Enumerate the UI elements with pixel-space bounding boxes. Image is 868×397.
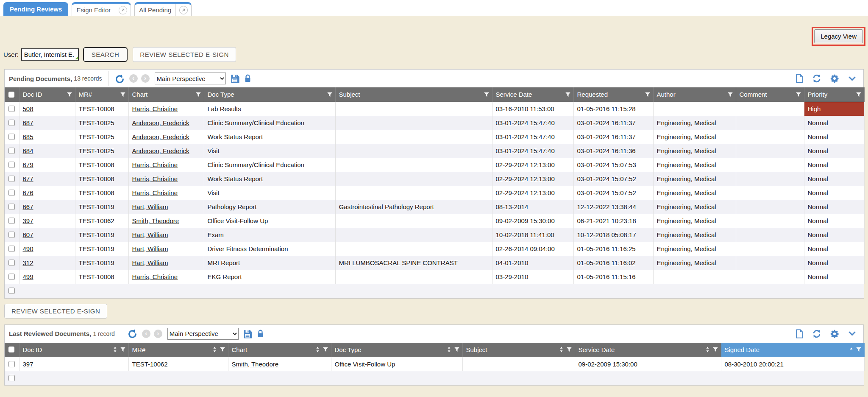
chart-link[interactable]: Smith, Theodore — [132, 217, 179, 224]
chart-link[interactable]: Harris, Christine — [132, 175, 178, 182]
sort-icon[interactable] — [446, 346, 452, 353]
filter-icon[interactable] — [484, 92, 490, 98]
perspective-select[interactable]: Main Perspective — [155, 73, 226, 84]
filter-icon[interactable] — [727, 92, 733, 98]
filter-icon[interactable] — [327, 92, 333, 98]
settings-gear-icon[interactable] — [830, 329, 839, 338]
lock-icon[interactable] — [256, 329, 264, 338]
filter-icon[interactable] — [454, 347, 460, 352]
column-header[interactable]: Service Date — [575, 343, 721, 357]
tab-esign-editor[interactable]: Esign Editor — [72, 2, 131, 16]
row-checkbox[interactable] — [8, 288, 15, 294]
filter-icon[interactable] — [566, 347, 572, 352]
chart-link[interactable]: Smith, Theodore — [232, 361, 279, 368]
doc-id-link[interactable]: 677 — [23, 175, 33, 182]
legacy-view-button[interactable]: Legacy View — [814, 29, 863, 43]
select-all-checkbox[interactable] — [8, 347, 14, 352]
filter-icon[interactable] — [323, 347, 328, 352]
next-page-icon[interactable]: › — [154, 330, 162, 338]
sort-asc-icon[interactable] — [849, 347, 854, 351]
filter-icon[interactable] — [120, 347, 126, 352]
filter-icon[interactable] — [645, 92, 651, 98]
review-selected-esign-button-top[interactable]: REVIEW SELECTED E-SIGN — [133, 47, 236, 62]
sort-icon[interactable] — [315, 346, 320, 353]
doc-id-link[interactable]: 685 — [23, 133, 33, 140]
open-in-new-window-button[interactable] — [115, 4, 131, 16]
doc-id-link[interactable]: 490 — [23, 245, 33, 252]
row-checkbox[interactable] — [8, 162, 15, 168]
refresh-icon[interactable] — [812, 329, 821, 338]
open-in-new-window-button[interactable] — [175, 4, 191, 16]
undo-icon[interactable] — [127, 328, 138, 339]
prev-page-icon[interactable]: ‹ — [129, 74, 138, 83]
chart-link[interactable]: Hart, William — [132, 245, 168, 252]
review-selected-esign-button-bottom[interactable]: REVIEW SELECTED E-SIGN — [4, 304, 107, 319]
sort-icon[interactable] — [212, 346, 217, 353]
doc-id-link[interactable]: 667 — [23, 203, 33, 210]
refresh-icon[interactable] — [812, 74, 821, 83]
row-checkbox[interactable] — [8, 274, 15, 280]
filter-icon[interactable] — [712, 347, 718, 352]
filter-icon[interactable] — [120, 92, 126, 98]
chart-link[interactable]: Harris, Christine — [132, 161, 178, 168]
column-header[interactable]: Chart — [228, 343, 331, 357]
row-checkbox[interactable] — [8, 246, 15, 252]
doc-id-link[interactable]: 684 — [23, 147, 33, 154]
doc-id-link[interactable]: 397 — [23, 217, 33, 224]
select-all-checkbox[interactable] — [8, 92, 14, 98]
chart-link[interactable]: Anderson, Frederick — [132, 119, 189, 126]
collapse-panel-icon[interactable] — [848, 74, 857, 83]
chart-link[interactable]: Anderson, Frederick — [132, 133, 189, 140]
row-checkbox[interactable] — [8, 134, 15, 140]
undo-icon[interactable] — [114, 73, 125, 84]
save-perspective-icon[interactable] — [230, 74, 239, 83]
chart-link[interactable]: Hart, William — [132, 231, 168, 238]
filter-icon[interactable] — [856, 347, 862, 352]
sort-icon[interactable] — [705, 346, 710, 353]
row-checkbox[interactable] — [8, 190, 15, 196]
chart-link[interactable]: Harris, Christine — [132, 105, 178, 112]
next-page-icon[interactable]: › — [141, 74, 150, 83]
sort-icon[interactable] — [559, 346, 564, 353]
chart-link[interactable]: Anderson, Frederick — [132, 147, 189, 154]
filter-icon[interactable] — [796, 92, 801, 98]
doc-id-link[interactable]: 679 — [23, 161, 33, 168]
row-checkbox[interactable] — [8, 120, 15, 126]
prev-page-icon[interactable]: ‹ — [142, 330, 150, 338]
column-header[interactable]: MR# — [128, 343, 228, 357]
collapse-panel-icon[interactable] — [848, 329, 857, 338]
new-document-icon[interactable] — [795, 329, 804, 338]
doc-id-link[interactable]: 312 — [23, 259, 33, 266]
column-header[interactable]: Signed Date — [721, 343, 864, 357]
sort-icon[interactable] — [112, 346, 118, 353]
doc-id-link[interactable]: 607 — [23, 231, 33, 238]
column-header[interactable]: Subject — [462, 343, 575, 357]
perspective-select[interactable]: Main Perspective — [167, 328, 239, 340]
settings-gear-icon[interactable] — [830, 74, 839, 83]
user-input[interactable] — [21, 48, 79, 61]
search-button[interactable]: SEARCH — [83, 47, 128, 62]
chart-link[interactable]: Harris, Christine — [132, 189, 178, 196]
row-checkbox[interactable] — [8, 148, 15, 154]
tab-all-pending[interactable]: All Pending — [134, 2, 192, 16]
filter-icon[interactable] — [856, 92, 862, 98]
row-checkbox[interactable] — [8, 375, 15, 381]
row-checkbox[interactable] — [8, 361, 15, 367]
lock-icon[interactable] — [244, 74, 252, 83]
filter-icon[interactable] — [220, 347, 225, 352]
filter-icon[interactable] — [565, 92, 571, 98]
doc-id-link[interactable]: 687 — [23, 119, 33, 126]
chart-link[interactable]: Hart, William — [132, 203, 168, 210]
filter-icon[interactable] — [67, 92, 72, 98]
column-header[interactable]: Doc ID — [19, 343, 128, 357]
doc-id-link[interactable]: 508 — [23, 105, 33, 112]
column-header[interactable]: Doc Type — [331, 343, 462, 357]
filter-icon[interactable] — [195, 92, 201, 98]
row-checkbox[interactable] — [8, 218, 15, 224]
chart-link[interactable]: Harris, Christine — [132, 273, 178, 280]
doc-id-link[interactable]: 499 — [23, 273, 33, 280]
new-document-icon[interactable] — [795, 74, 804, 83]
doc-id-link[interactable]: 676 — [23, 189, 33, 196]
row-checkbox[interactable] — [8, 232, 15, 238]
save-perspective-icon[interactable] — [243, 329, 252, 338]
